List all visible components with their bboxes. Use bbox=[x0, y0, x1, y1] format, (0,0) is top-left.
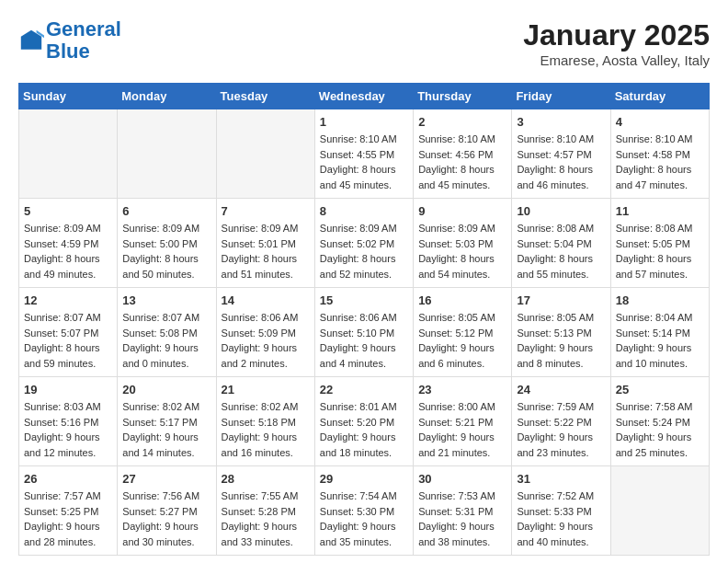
calendar-cell: 12Sunrise: 8:07 AMSunset: 5:07 PMDayligh… bbox=[19, 288, 118, 377]
calendar-cell: 22Sunrise: 8:01 AMSunset: 5:20 PMDayligh… bbox=[314, 377, 413, 466]
day-info-line: Sunrise: 8:02 AM bbox=[222, 399, 310, 415]
day-info-line: Sunset: 5:04 PM bbox=[517, 236, 605, 252]
day-info-line: Sunrise: 8:00 AM bbox=[418, 399, 506, 415]
calendar-cell: 18Sunrise: 8:04 AMSunset: 5:14 PMDayligh… bbox=[610, 288, 709, 377]
day-info-line: and 28 minutes. bbox=[24, 534, 112, 550]
day-info-line: Daylight: 8 hours bbox=[616, 162, 704, 178]
page-header: General Blue January 2025 Emarese, Aosta… bbox=[18, 18, 710, 68]
day-info-line: and 23 minutes. bbox=[517, 445, 605, 461]
day-info-line: and 35 minutes. bbox=[320, 534, 408, 550]
day-info: Sunrise: 8:10 AMSunset: 4:57 PMDaylight:… bbox=[517, 132, 605, 192]
day-info: Sunrise: 8:02 AMSunset: 5:17 PMDaylight:… bbox=[122, 399, 210, 460]
day-info-line: Sunrise: 8:10 AM bbox=[320, 132, 408, 147]
day-info: Sunrise: 8:08 AMSunset: 5:04 PMDaylight:… bbox=[517, 221, 605, 282]
day-info-line: Sunset: 4:58 PM bbox=[616, 147, 704, 163]
day-info: Sunrise: 8:08 AMSunset: 5:05 PMDaylight:… bbox=[616, 221, 704, 282]
day-number: 19 bbox=[24, 383, 112, 396]
day-number: 8 bbox=[320, 204, 408, 218]
calendar-cell bbox=[19, 109, 118, 199]
day-info-line: Daylight: 8 hours bbox=[418, 162, 506, 178]
day-info-line: Daylight: 9 hours bbox=[517, 430, 605, 445]
day-info-line: Sunset: 5:17 PM bbox=[122, 415, 210, 431]
day-number: 4 bbox=[616, 115, 704, 129]
day-number: 6 bbox=[122, 204, 210, 218]
calendar-cell: 15Sunrise: 8:06 AMSunset: 5:10 PMDayligh… bbox=[314, 288, 413, 377]
day-info-line: Sunrise: 8:07 AM bbox=[24, 310, 112, 326]
day-info-line: and 4 minutes. bbox=[320, 356, 408, 372]
col-header-monday: Monday bbox=[118, 84, 216, 109]
day-info-line: Sunset: 4:56 PM bbox=[418, 147, 506, 163]
day-info-line: Sunrise: 7:56 AM bbox=[122, 488, 210, 504]
day-info: Sunrise: 8:10 AMSunset: 4:55 PMDaylight:… bbox=[320, 132, 408, 192]
day-info-line: Daylight: 8 hours bbox=[122, 251, 210, 267]
day-info: Sunrise: 8:05 AMSunset: 5:12 PMDaylight:… bbox=[418, 310, 506, 371]
day-info-line: Daylight: 9 hours bbox=[222, 340, 310, 356]
day-info-line: Sunset: 5:14 PM bbox=[616, 326, 704, 341]
day-info-line: Sunset: 5:27 PM bbox=[122, 504, 210, 520]
calendar-cell: 19Sunrise: 8:03 AMSunset: 5:16 PMDayligh… bbox=[19, 377, 118, 466]
calendar-cell: 21Sunrise: 8:02 AMSunset: 5:18 PMDayligh… bbox=[216, 377, 314, 466]
calendar-header-row: SundayMondayTuesdayWednesdayThursdayFrid… bbox=[19, 84, 710, 109]
calendar-cell: 6Sunrise: 8:09 AMSunset: 5:00 PMDaylight… bbox=[118, 199, 216, 288]
day-info-line: and 50 minutes. bbox=[122, 267, 210, 282]
col-header-saturday: Saturday bbox=[610, 84, 709, 109]
day-info-line: Sunrise: 8:05 AM bbox=[517, 310, 605, 326]
day-info: Sunrise: 8:00 AMSunset: 5:21 PMDaylight:… bbox=[418, 399, 506, 460]
day-info-line: Daylight: 9 hours bbox=[222, 430, 310, 445]
title-block: January 2025 Emarese, Aosta Valley, Ital… bbox=[523, 18, 710, 68]
day-info-line: Sunset: 5:33 PM bbox=[517, 504, 605, 520]
day-info-line: Sunset: 5:03 PM bbox=[418, 236, 506, 252]
day-info-line: Daylight: 8 hours bbox=[222, 251, 310, 267]
day-number: 21 bbox=[222, 383, 310, 396]
logo-text: General Blue bbox=[46, 18, 121, 63]
day-info: Sunrise: 7:57 AMSunset: 5:25 PMDaylight:… bbox=[24, 488, 112, 549]
day-info-line: Sunrise: 8:03 AM bbox=[24, 399, 112, 415]
day-number: 30 bbox=[418, 472, 506, 486]
day-info-line: and 30 minutes. bbox=[122, 534, 210, 550]
calendar-cell: 28Sunrise: 7:55 AMSunset: 5:28 PMDayligh… bbox=[216, 466, 314, 556]
calendar-week-2: 5Sunrise: 8:09 AMSunset: 4:59 PMDaylight… bbox=[19, 199, 710, 288]
calendar-cell bbox=[216, 109, 314, 199]
day-info-line: Sunrise: 8:08 AM bbox=[517, 221, 605, 236]
day-info: Sunrise: 8:01 AMSunset: 5:20 PMDaylight:… bbox=[320, 399, 408, 460]
calendar-week-3: 12Sunrise: 8:07 AMSunset: 5:07 PMDayligh… bbox=[19, 288, 710, 377]
logo-icon bbox=[18, 28, 44, 53]
calendar-cell: 25Sunrise: 7:58 AMSunset: 5:24 PMDayligh… bbox=[610, 377, 709, 466]
calendar-cell: 4Sunrise: 8:10 AMSunset: 4:58 PMDaylight… bbox=[610, 109, 709, 199]
day-number: 26 bbox=[24, 472, 112, 486]
day-info-line: Daylight: 9 hours bbox=[517, 340, 605, 356]
calendar-cell: 24Sunrise: 7:59 AMSunset: 5:22 PMDayligh… bbox=[512, 377, 610, 466]
calendar-cell: 3Sunrise: 8:10 AMSunset: 4:57 PMDaylight… bbox=[512, 109, 610, 199]
day-info: Sunrise: 8:09 AMSunset: 5:02 PMDaylight:… bbox=[320, 221, 408, 282]
day-info: Sunrise: 8:10 AMSunset: 4:56 PMDaylight:… bbox=[418, 132, 506, 192]
calendar-cell: 29Sunrise: 7:54 AMSunset: 5:30 PMDayligh… bbox=[314, 466, 413, 556]
day-info-line: Daylight: 8 hours bbox=[616, 251, 704, 267]
day-info-line: Daylight: 9 hours bbox=[222, 519, 310, 534]
day-number: 9 bbox=[418, 204, 506, 218]
day-number: 28 bbox=[222, 472, 310, 486]
day-info-line: Sunrise: 8:09 AM bbox=[24, 221, 112, 236]
day-info-line: Sunset: 5:16 PM bbox=[24, 415, 112, 431]
day-info-line: and 52 minutes. bbox=[320, 267, 408, 282]
day-info-line: Sunrise: 8:01 AM bbox=[320, 399, 408, 415]
day-info-line: Daylight: 9 hours bbox=[616, 340, 704, 356]
day-info-line: and 6 minutes. bbox=[418, 356, 506, 372]
calendar-cell: 9Sunrise: 8:09 AMSunset: 5:03 PMDaylight… bbox=[414, 199, 512, 288]
day-info-line: Sunset: 5:30 PM bbox=[320, 504, 408, 520]
day-info-line: Daylight: 9 hours bbox=[24, 430, 112, 445]
day-info-line: and 12 minutes. bbox=[24, 445, 112, 461]
day-info-line: and 51 minutes. bbox=[222, 267, 310, 282]
day-info-line: Daylight: 9 hours bbox=[320, 340, 408, 356]
day-info-line: Sunrise: 8:06 AM bbox=[222, 310, 310, 326]
day-info-line: Sunset: 5:09 PM bbox=[222, 326, 310, 341]
day-number: 2 bbox=[418, 115, 506, 129]
day-info: Sunrise: 8:09 AMSunset: 4:59 PMDaylight:… bbox=[24, 221, 112, 282]
calendar-cell: 17Sunrise: 8:05 AMSunset: 5:13 PMDayligh… bbox=[512, 288, 610, 377]
calendar-cell bbox=[118, 109, 216, 199]
day-info-line: Sunset: 4:59 PM bbox=[24, 236, 112, 252]
day-info: Sunrise: 8:09 AMSunset: 5:00 PMDaylight:… bbox=[122, 221, 210, 282]
col-header-thursday: Thursday bbox=[414, 84, 512, 109]
day-info-line: Daylight: 8 hours bbox=[517, 162, 605, 178]
logo-line1: General bbox=[46, 17, 121, 40]
day-info-line: Sunset: 5:24 PM bbox=[616, 415, 704, 431]
